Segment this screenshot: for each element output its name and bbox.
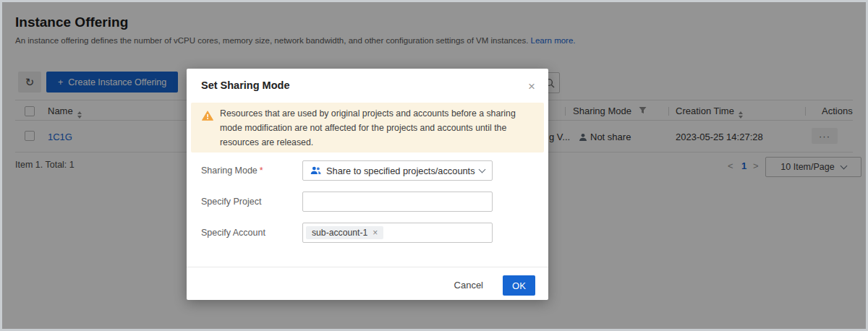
- ok-button[interactable]: OK: [503, 275, 535, 296]
- cancel-button[interactable]: Cancel: [450, 275, 488, 296]
- warning-text: Resources that are used by original proj…: [220, 106, 531, 150]
- specify-project-label: Specify Project: [201, 192, 261, 212]
- sharing-mode-label: Sharing Mode*: [201, 160, 263, 181]
- account-tag-label: sub-account-1: [312, 228, 367, 238]
- chevron-down-icon: [479, 166, 486, 173]
- warning-banner: Resources that are used by original proj…: [191, 103, 544, 152]
- sharing-mode-row: Sharing Mode* Share to specified project…: [187, 160, 548, 181]
- specify-account-input[interactable]: sub-account-1 ×: [302, 223, 493, 243]
- sharing-mode-value: Share to specified projects/accounts: [326, 166, 480, 176]
- specify-project-input[interactable]: [302, 192, 493, 212]
- account-tag: sub-account-1 ×: [306, 226, 383, 239]
- modal-footer-divider: [187, 267, 548, 267]
- sharing-mode-label-text: Sharing Mode: [201, 166, 258, 176]
- required-asterisk: *: [260, 166, 263, 176]
- app-window: Instance Offering An instance offering d…: [0, 0, 868, 331]
- modal-title: Set Sharing Mode: [201, 69, 289, 102]
- close-button[interactable]: ×: [525, 77, 538, 95]
- users-icon: [310, 166, 321, 175]
- ok-button-label: OK: [512, 280, 526, 291]
- tag-remove-icon[interactable]: ×: [373, 228, 378, 237]
- set-sharing-mode-dialog: Set Sharing Mode × Resources that are us…: [187, 69, 548, 300]
- specify-project-row: Specify Project: [187, 192, 548, 212]
- specify-account-label: Specify Account: [201, 223, 265, 243]
- sharing-mode-select[interactable]: Share to specified projects/accounts: [302, 160, 493, 181]
- close-icon: ×: [528, 79, 535, 93]
- specify-account-row: Specify Account sub-account-1 ×: [187, 223, 548, 243]
- warning-icon: [202, 111, 213, 121]
